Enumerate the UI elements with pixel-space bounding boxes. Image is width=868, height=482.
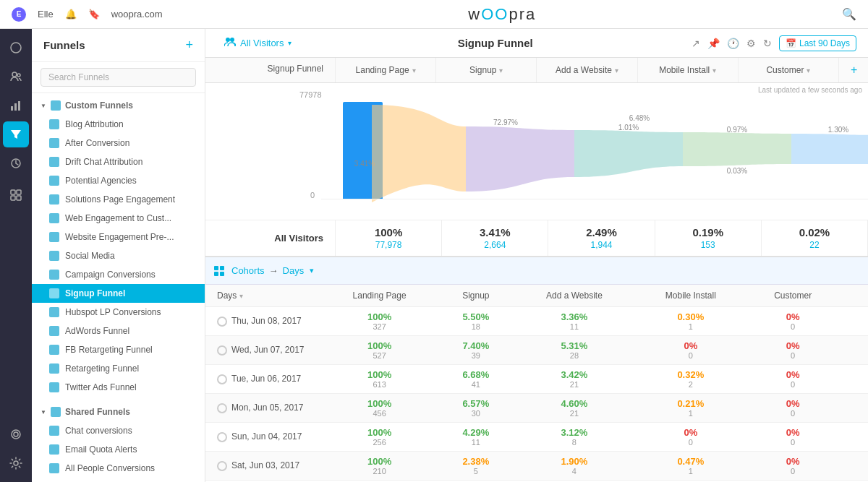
signup-cell: 5.50% 18 (438, 307, 514, 336)
sidebar-item-email-quota[interactable]: Email Quota Alerts (32, 440, 205, 459)
chevron-down-icon: ▾ (807, 66, 810, 74)
shared-funnels-header[interactable]: ▼ Shared Funnels (32, 403, 205, 421)
sidebar-item-all-people[interactable]: All People Conversions (32, 459, 205, 478)
landing-page-num: 77,978 (347, 240, 430, 250)
addwebsite-num: 21 (526, 409, 624, 418)
sidebar-add-button[interactable]: + (185, 38, 193, 53)
customer-pct: 0% (786, 427, 800, 438)
funnel-icon (49, 270, 59, 280)
all-visitors-button[interactable]: All Visitors ▾ (217, 33, 299, 53)
signup-cell: 2.38% 5 (438, 452, 514, 481)
table-container: Days ▾ Landing Page Signup Add a Website… (205, 285, 868, 482)
shared-funnels-section: ▼ Shared Funnels Chat conversions Email … (32, 400, 205, 481)
funnel-icon (49, 232, 59, 242)
clock-icon[interactable]: 🕐 (727, 38, 739, 49)
sidebar-item-label: Retargeting Funnel (65, 363, 139, 374)
svg-rect-4 (14, 103, 17, 111)
sidebar-item-twitter-ads[interactable]: Twitter Ads Funnel (32, 378, 205, 397)
sidebar-item-solutions-page[interactable]: Solutions Page Engagement (32, 190, 205, 209)
funnel-icon (49, 288, 59, 298)
svg-point-1 (12, 72, 17, 77)
funnel-icon (49, 382, 59, 392)
mobile-pct: 0% (684, 340, 697, 351)
radio-dot[interactable] (217, 461, 227, 471)
svg-text:0.97%: 0.97% (727, 126, 747, 134)
sidebar-item-web-engagement[interactable]: Web Engagement to Cust... (32, 209, 205, 228)
mobile-num: 0 (646, 438, 735, 447)
sidebar-item-social-media[interactable]: Social Media (32, 246, 205, 265)
sidebar-item-drift-chat[interactable]: Drift Chat Attribution (32, 152, 205, 171)
svg-rect-26 (220, 272, 224, 276)
rail-dash-icon[interactable] (3, 182, 29, 208)
cohorts-button[interactable]: Cohorts → Days (231, 265, 304, 276)
rail-notifications-icon[interactable] (3, 421, 29, 447)
radio-dot[interactable] (217, 374, 227, 384)
sidebar-item-retargeting[interactable]: Retargeting Funnel (32, 359, 205, 378)
extra-cell (839, 365, 868, 394)
sidebar-item-label: FB Retargeting Funnel (65, 345, 153, 355)
refresh-icon[interactable]: ↻ (763, 38, 772, 49)
rail-people-icon[interactable] (3, 64, 29, 90)
svg-point-15 (230, 38, 234, 42)
mobile-cell: 0% 0 (634, 423, 746, 452)
share-icon[interactable]: ↗ (692, 38, 700, 49)
rail-retention-icon[interactable] (3, 150, 29, 176)
rail-home-icon[interactable] (3, 35, 29, 61)
mobile-pct: 0% (684, 427, 697, 438)
sidebar-item-after-conversion[interactable]: After Conversion (32, 134, 205, 152)
sidebar-item-website-engagement[interactable]: Website Engagement Pre-... (32, 228, 205, 246)
rail-settings-icon[interactable] (3, 450, 29, 476)
funnel-flow-svg: 3.41% 72.97% 1.01% 6.48% 0. (321, 83, 868, 220)
mobile-install-column-header: Mobile Install (634, 285, 746, 307)
customer-num: 22 (773, 240, 856, 250)
pin-icon[interactable]: 📌 (707, 38, 720, 49)
svg-point-2 (17, 74, 20, 77)
sidebar-item-adwords[interactable]: AdWords Funnel (32, 322, 205, 340)
radio-dot[interactable] (217, 403, 227, 413)
mobile-install-header[interactable]: Mobile Install ▾ (638, 58, 739, 82)
bookmark-icon[interactable]: 🔖 (88, 9, 100, 20)
radio-dot[interactable] (217, 317, 227, 327)
sidebar-item-blog-attribution[interactable]: Blog Attribution (32, 115, 205, 134)
sidebar-item-fb-retargeting[interactable]: FB Retargeting Funnel (32, 340, 205, 359)
svg-rect-5 (18, 101, 20, 111)
avatar: E (12, 7, 26, 22)
table-row: Tue, Jun 06, 2017 100% 613 6.68% 41 3.42… (205, 365, 868, 394)
last-days-button[interactable]: 📅 Last 90 Days (779, 35, 856, 51)
cohorts-label: Cohorts (231, 265, 265, 276)
chevron-down-icon[interactable]: ▾ (310, 266, 314, 275)
rail-funnel-icon[interactable] (3, 121, 29, 147)
search-icon[interactable]: 🔍 (842, 7, 856, 21)
sidebar-item-hubspot[interactable]: Hubspot LP Conversions (32, 303, 205, 322)
signup-num: 41 (449, 380, 502, 389)
sidebar: Funnels + ▼ Custom Funnels Blog Attribut… (32, 29, 205, 482)
date-cell: Wed, Jun 07, 2017 (205, 336, 321, 365)
svg-text:72.97%: 72.97% (493, 119, 518, 126)
sidebar-item-chat-conversions[interactable]: Chat conversions (32, 421, 205, 440)
add-website-header[interactable]: Add a Website ▾ (537, 58, 637, 82)
signup-num: 11 (449, 438, 502, 447)
radio-dot[interactable] (217, 432, 227, 442)
sidebar-item-signup-funnel[interactable]: Signup Funnel (32, 284, 205, 303)
search-input[interactable] (41, 68, 196, 87)
mobile-cell: 0.21% 1 (634, 394, 746, 423)
signup-header[interactable]: Signup ▾ (436, 58, 537, 82)
sidebar-item-potential-agencies[interactable]: Potential Agencies (32, 171, 205, 190)
days-column-header[interactable]: Days ▾ (205, 285, 321, 307)
addwebsite-cell: 4.60% 21 (514, 394, 635, 423)
radio-dot[interactable] (217, 345, 227, 356)
addwebsite-pct: 5.31% (561, 340, 587, 351)
signup-pct: 3.41% (480, 226, 511, 238)
rail-analytics-icon[interactable] (3, 92, 29, 119)
add-step-button[interactable]: + (839, 58, 868, 82)
funnel-label-col: Signup Funnel (205, 58, 336, 82)
shared-funnels-label: Shared Funnels (65, 407, 130, 417)
settings-icon[interactable]: ⚙ (746, 38, 756, 49)
sidebar-item-campaign-conversions[interactable]: Campaign Conversions (32, 265, 205, 284)
chevron-down-icon: ▾ (288, 39, 292, 47)
landing-page-header[interactable]: Landing Page ▾ (336, 58, 436, 82)
customer-header[interactable]: Customer ▾ (739, 58, 839, 82)
bell-icon[interactable]: 🔔 (65, 9, 77, 20)
custom-funnels-header[interactable]: ▼ Custom Funnels (32, 96, 205, 115)
date-cell: Sat, Jun 03, 2017 (205, 452, 321, 481)
